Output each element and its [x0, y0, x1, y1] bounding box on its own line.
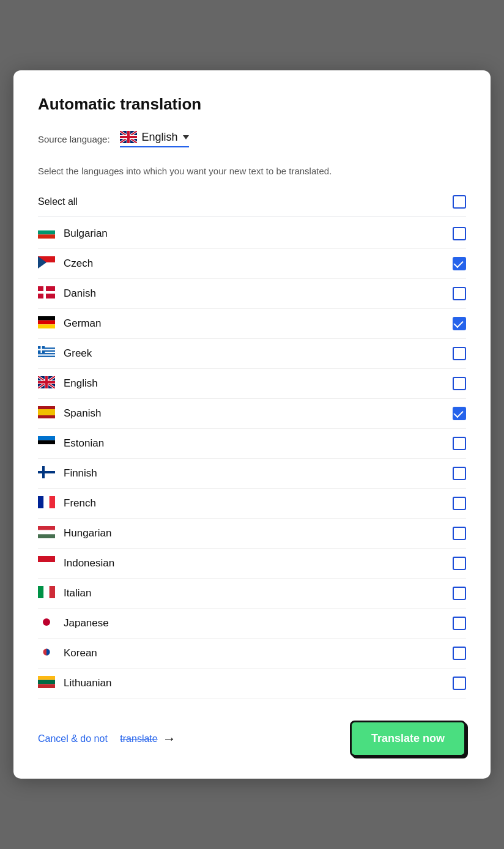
svg-rect-12	[38, 325, 55, 329]
flag-et-icon	[38, 436, 55, 451]
checkbox-fi[interactable]	[453, 467, 466, 480]
checkbox-ko[interactable]	[453, 647, 466, 660]
svg-rect-1	[38, 226, 55, 231]
language-left: Hungarian	[38, 526, 111, 541]
svg-rect-31	[38, 496, 43, 508]
svg-rect-36	[38, 535, 55, 539]
language-item-cs[interactable]: Czech	[38, 249, 466, 279]
language-item-it[interactable]: Italian	[38, 579, 466, 609]
flag-fr-icon	[38, 496, 55, 511]
language-item-fi[interactable]: Finnish	[38, 459, 466, 489]
checkbox-es[interactable]	[453, 407, 466, 420]
svg-rect-40	[43, 586, 49, 598]
language-item-fr[interactable]: French	[38, 489, 466, 519]
checkbox-da[interactable]	[453, 287, 466, 300]
flag-hu-icon	[38, 526, 55, 541]
flag-da-icon	[38, 286, 55, 301]
checkbox-bg[interactable]	[453, 227, 466, 240]
language-item-es[interactable]: Spanish	[38, 399, 466, 429]
checkbox-it[interactable]	[453, 587, 466, 600]
language-item-de[interactable]: German	[38, 309, 466, 339]
language-item-ko[interactable]: Korean	[38, 639, 466, 669]
language-left: Korean	[38, 646, 97, 661]
svg-rect-10	[38, 316, 55, 321]
modal-footer: Cancel & do not translate → Translate no…	[38, 716, 466, 757]
language-item-bg[interactable]: Bulgarian	[38, 219, 466, 249]
source-language-row: Source language: English	[38, 131, 466, 147]
flag-el-icon	[38, 346, 55, 361]
checkbox-en[interactable]	[453, 377, 466, 390]
source-language-selector[interactable]: English	[120, 131, 189, 147]
svg-rect-24	[38, 409, 55, 415]
checkbox-et[interactable]	[453, 437, 466, 450]
svg-rect-39	[38, 586, 43, 598]
checkbox-fr[interactable]	[453, 497, 466, 510]
language-item-en[interactable]: English	[38, 369, 466, 399]
language-left: French	[38, 496, 96, 511]
checkbox-id[interactable]	[453, 557, 466, 570]
checkbox-de[interactable]	[453, 317, 466, 330]
svg-rect-18	[38, 357, 55, 358]
svg-rect-34	[38, 526, 55, 530]
language-name-id: Indonesian	[64, 557, 114, 569]
language-item-ja[interactable]: Japanese	[38, 609, 466, 639]
language-item-id[interactable]: Indonesian	[38, 549, 466, 579]
select-all-checkbox[interactable]	[453, 195, 466, 209]
flag-ko-icon	[38, 646, 55, 661]
flag-id-icon	[38, 556, 55, 571]
checkbox-cs[interactable]	[453, 257, 466, 270]
checkbox-hu[interactable]	[453, 527, 466, 540]
language-item-et[interactable]: Estonian	[38, 429, 466, 459]
language-list: Bulgarian Czech Danish German	[38, 219, 466, 699]
chevron-down-icon	[183, 135, 189, 139]
svg-rect-21	[38, 349, 45, 350]
language-name-bg: Bulgarian	[64, 228, 108, 240]
svg-rect-30	[38, 471, 55, 473]
flag-de-icon	[38, 316, 55, 331]
language-left: Indonesian	[38, 556, 114, 571]
checkbox-lt[interactable]	[453, 677, 466, 690]
language-left: Japanese	[38, 616, 109, 631]
language-left: German	[38, 316, 101, 331]
language-left: Italian	[38, 586, 91, 601]
language-left: Czech	[38, 256, 93, 271]
cancel-link[interactable]: Cancel & do not translate →	[38, 731, 176, 747]
language-item-el[interactable]: Greek	[38, 339, 466, 369]
svg-rect-37	[38, 556, 55, 562]
flag-fi-icon	[38, 466, 55, 481]
uk-flag-icon	[120, 131, 137, 143]
language-left: Lithuanian	[38, 676, 111, 691]
language-name-de: German	[64, 317, 101, 330]
language-name-ja: Japanese	[64, 617, 109, 629]
language-item-lt[interactable]: Lithuanian	[38, 669, 466, 699]
svg-rect-46	[38, 676, 55, 680]
translate-now-button[interactable]: Translate now	[350, 721, 466, 757]
svg-rect-48	[38, 684, 55, 689]
flag-cs-icon	[38, 256, 55, 271]
checkbox-el[interactable]	[453, 347, 466, 360]
svg-rect-11	[38, 321, 55, 325]
select-all-row[interactable]: Select all	[38, 190, 466, 217]
svg-rect-26	[38, 440, 55, 445]
translation-description: Select the languages into which you want…	[38, 165, 466, 179]
modal-title: Automatic translation	[38, 95, 466, 114]
source-language-text: English	[142, 131, 178, 144]
source-language-label: Source language:	[38, 134, 110, 144]
svg-rect-32	[43, 496, 49, 508]
svg-rect-27	[38, 445, 55, 449]
svg-rect-25	[38, 436, 55, 440]
language-name-cs: Czech	[64, 258, 93, 270]
svg-rect-17	[38, 355, 55, 356]
language-item-da[interactable]: Danish	[38, 279, 466, 309]
language-item-hu[interactable]: Hungarian	[38, 519, 466, 549]
flag-bg-icon	[38, 226, 55, 241]
language-name-es: Spanish	[64, 407, 101, 420]
flag-es-icon	[38, 406, 55, 421]
language-left: Spanish	[38, 406, 101, 421]
checkbox-ja[interactable]	[453, 617, 466, 630]
language-left: Finnish	[38, 466, 97, 481]
language-left: Greek	[38, 346, 92, 361]
language-name-ko: Korean	[64, 647, 97, 659]
svg-rect-47	[38, 680, 55, 684]
cancel-strikethrough-text: translate	[120, 733, 157, 744]
